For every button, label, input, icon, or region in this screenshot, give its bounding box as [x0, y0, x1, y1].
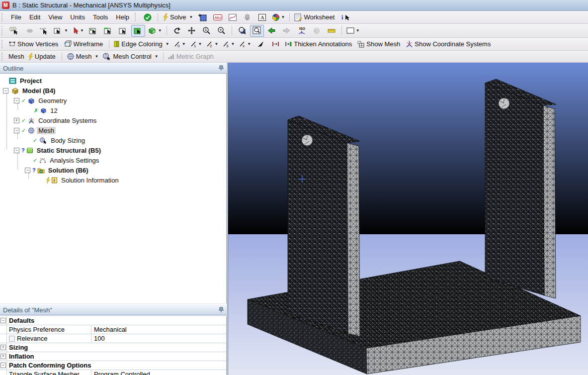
tree-item-solution-information[interactable]: ! Solution Information [0, 175, 226, 185]
edge-option-x-button[interactable]: x ▼ [237, 38, 252, 50]
wireframe-button[interactable]: Wireframe [62, 38, 106, 50]
collapse-expander-icon[interactable]: − [0, 318, 6, 323]
relevance-checkbox[interactable] [9, 336, 15, 342]
tree-item-coordinate-systems[interactable]: + ✓ Coordinate Systems [0, 115, 226, 125]
thicken-annotations-button[interactable]: Thicken Annotations [283, 38, 355, 50]
comment-icon[interactable] [241, 11, 254, 23]
label-select-icon[interactable]: 100 [7, 25, 21, 37]
collapse-expander-icon[interactable]: − [0, 363, 6, 368]
tree-item-model[interactable]: − Model (B4) [0, 86, 226, 95]
edge-coloring-button[interactable]: Edge Coloring ▼ [112, 38, 170, 50]
expand-expander-icon[interactable]: + [0, 345, 6, 350]
iso-view-icon[interactable]: ISO [295, 25, 309, 37]
details-group-sizing[interactable]: + Sizing [0, 343, 226, 352]
menu-file[interactable]: File [7, 12, 25, 22]
menu-help[interactable]: Help [112, 12, 133, 22]
collapse-expander-icon[interactable]: − [14, 98, 19, 103]
svg-text:x,y,z: x,y,z [40, 27, 46, 30]
cursor-dropdown-icon[interactable]: ▼ [71, 25, 85, 37]
expand-edge-red-icon[interactable] [268, 38, 282, 50]
edge-coloring-icon [114, 41, 120, 47]
graphics-viewport[interactable] [228, 63, 588, 375]
menu-edit[interactable]: Edit [25, 12, 44, 22]
worksheet-icon [294, 13, 302, 21]
zoom-fit-icon[interactable] [235, 25, 249, 37]
tree-item-solution[interactable]: − ? Solution (B6) [0, 165, 226, 175]
edge-option-2-button[interactable]: 2 ▼ [204, 38, 220, 50]
show-vertices-label: Show Vertices [17, 40, 58, 48]
collapse-expander-icon[interactable]: − [14, 148, 19, 153]
collapse-expander-icon[interactable]: − [3, 88, 8, 94]
worksheet-button[interactable]: Worksheet [293, 11, 337, 23]
show-mesh-button[interactable]: Show Mesh [356, 38, 403, 50]
image-export-icon[interactable]: ▼ [270, 11, 287, 23]
face-select-icon[interactable] [116, 25, 130, 37]
collapse-expander-icon[interactable]: − [25, 168, 30, 173]
menu-view[interactable]: View [44, 12, 66, 22]
tree-item-project[interactable]: Project [0, 76, 226, 86]
zoom-icon[interactable] [200, 25, 214, 37]
body-select-icon[interactable] [131, 25, 145, 37]
vertex-select-icon[interactable] [86, 25, 100, 37]
selection-information-icon[interactable]: i [338, 11, 352, 23]
property-value[interactable]: 100 [91, 335, 226, 342]
update-button[interactable]: Update [26, 51, 59, 63]
manage-views-icon[interactable] [325, 25, 338, 37]
pin-icon[interactable] [219, 307, 224, 313]
mesh-control-icon [102, 53, 111, 60]
edge-direction-icon[interactable] [253, 38, 267, 50]
details-group-label: Inflation [7, 353, 34, 360]
chevron-down-icon: ▼ [231, 42, 235, 46]
chevron-down-icon: ▼ [166, 42, 169, 46]
wireframe-icon [64, 40, 72, 48]
tree-item-mesh[interactable]: − ✓ Mesh [0, 125, 226, 135]
status-ok-icon[interactable] [141, 11, 155, 23]
pan-icon[interactable] [185, 25, 199, 37]
solve-button[interactable]: Solve ▼ [161, 11, 194, 23]
tree-item-body-sizing[interactable]: ✓ Body Sizing [0, 135, 226, 145]
look-at-icon[interactable] [310, 25, 324, 37]
box-zoom-icon[interactable] [250, 25, 264, 37]
expand-expander-icon[interactable]: + [14, 118, 19, 123]
menu-tools[interactable]: Tools [89, 12, 112, 22]
details-group-inflation[interactable]: + Inflation [0, 352, 226, 361]
mesh-control-button[interactable]: Mesh Control ▼ [101, 51, 160, 63]
new-section-plane-icon[interactable] [196, 11, 210, 23]
next-view-icon[interactable] [280, 25, 294, 37]
extend-selection-icon[interactable]: ▼ [146, 25, 164, 37]
edge-option-0-button[interactable]: 0 ▼ [172, 38, 187, 50]
tree-item-analysis-settings[interactable]: ✓ Analysis Settings [0, 155, 226, 165]
tree-item-static-structural[interactable]: − ? Static Structural (B5) [0, 145, 226, 155]
edge-option-3-label: 3 [226, 44, 229, 48]
select-mode-icon[interactable]: ▼ [52, 25, 70, 37]
boxed-a-icon[interactable]: A [255, 11, 269, 23]
xyz-probe-icon[interactable]: x,y,z [37, 25, 51, 37]
mesh-menu-button[interactable]: Mesh ▼ [65, 51, 100, 63]
new-chart-icon[interactable] [226, 11, 240, 23]
edge-select-icon[interactable] [101, 25, 115, 37]
menu-units[interactable]: Units [66, 12, 89, 22]
edge-option-3-button[interactable]: 3 ▼ [221, 38, 236, 50]
zoom-in-icon[interactable] [215, 25, 229, 37]
show-vertices-button[interactable]: Show Vertices [7, 38, 61, 50]
collapse-expander-icon[interactable]: − [14, 128, 19, 133]
expand-expander-icon[interactable]: + [0, 354, 6, 359]
viewport-layout-icon[interactable]: ▼ [345, 25, 361, 37]
new-annotation-icon[interactable]: Abc [211, 11, 225, 23]
details-group-defaults[interactable]: − Defaults [0, 316, 226, 325]
move-annotation-icon[interactable] [22, 25, 36, 37]
left-plate-side-face [347, 143, 360, 336]
previous-view-icon[interactable] [265, 25, 279, 37]
property-value[interactable]: Mechanical [91, 326, 226, 333]
tree-item-geometry[interactable]: − ✓ Geometry [0, 95, 226, 105]
outline-tree: Project − Model (B4) − ✓ Geometry ✗ 12 +… [0, 74, 227, 303]
edge-option-1-button[interactable]: 1 ▼ [188, 38, 204, 50]
metric-graph-button[interactable]: Metric Graph [167, 51, 217, 63]
tree-item-body-12[interactable]: ✗ 12 [0, 105, 226, 115]
property-value[interactable]: Program Controlled [91, 371, 226, 375]
pin-icon[interactable] [219, 65, 224, 71]
show-coordinate-systems-button[interactable]: Show Coordinate Systems [404, 38, 494, 50]
details-group-patch-conforming[interactable]: − Patch Conforming Options [0, 361, 226, 370]
rotate-icon[interactable] [170, 25, 184, 37]
tree-item-label: Static Structural (B5) [35, 147, 102, 154]
